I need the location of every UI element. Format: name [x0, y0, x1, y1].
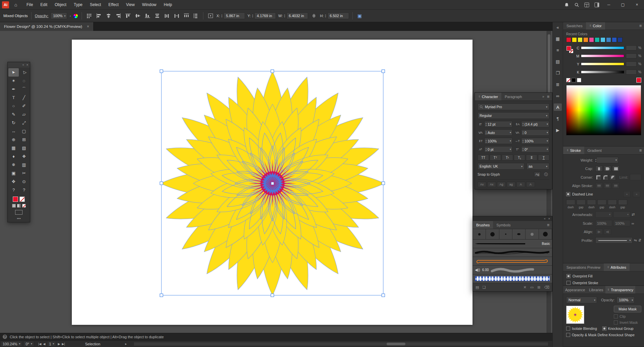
- width-tool[interactable]: ↔: [8, 127, 19, 135]
- unknown-tool-1[interactable]: ?: [8, 186, 19, 194]
- glyph-button-2[interactable]: Ax: [487, 182, 496, 187]
- tab-swatches[interactable]: Swatches: [563, 22, 586, 30]
- fill-color-swatch[interactable]: [566, 46, 571, 51]
- blend-mode-dropdown[interactable]: Normal▾: [566, 297, 597, 303]
- first-artboard-icon[interactable]: |◀: [38, 342, 41, 346]
- vertical-scale-control[interactable]: ⇕T ▴▾100%▾: [478, 138, 512, 144]
- brush-pattern[interactable]: [473, 274, 552, 283]
- dashed-line-checkbox[interactable]: [566, 192, 570, 196]
- remove-brush-stroke-icon[interactable]: ✕: [524, 285, 527, 290]
- tab-brushes[interactable]: Brushes: [473, 221, 493, 229]
- all-caps-button[interactable]: TT: [478, 155, 489, 161]
- stepper-icon[interactable]: ▴▾: [486, 122, 487, 126]
- stepper-icon[interactable]: ▴▾: [252, 14, 253, 18]
- tab-character[interactable]: ⇕Character: [475, 93, 501, 100]
- black-slider[interactable]: [581, 71, 624, 74]
- tab-gradient[interactable]: Gradient: [584, 146, 605, 154]
- brush-libraries-icon[interactable]: ▤: [476, 285, 479, 290]
- tab-paragraph[interactable]: Paragraph: [501, 93, 525, 100]
- delete-brush-icon[interactable]: ⌫: [544, 285, 549, 290]
- maximize-button[interactable]: ▢: [616, 0, 630, 9]
- baseline-shift-control[interactable]: Aª ▴▾0 pt▾: [478, 146, 512, 153]
- none-swatch[interactable]: [566, 78, 571, 82]
- width-field[interactable]: W: ▴▾ 6.4032 in: [278, 12, 308, 19]
- transform-panel-icon[interactable]: ▤: [554, 58, 562, 65]
- minimize-button[interactable]: ─: [602, 0, 616, 9]
- align-stroke-inside-button[interactable]: [604, 183, 611, 189]
- align-arrow-end-button[interactable]: ⊲: [604, 229, 611, 235]
- chevron-right-icon[interactable]: ›: [69, 14, 71, 18]
- new-brush-icon[interactable]: ⊞: [537, 285, 540, 290]
- gradient-tool[interactable]: ▧: [19, 144, 29, 152]
- arrange-documents-icon[interactable]: [592, 0, 602, 9]
- free-transform-tool[interactable]: ▢: [19, 127, 29, 135]
- rotate-tool[interactable]: ↻: [8, 119, 19, 127]
- color-swatch[interactable]: [595, 37, 600, 42]
- font-family-dropdown[interactable]: Myriad Pro ▾: [478, 103, 549, 110]
- swap-arrowheads-icon[interactable]: ⇄: [632, 212, 635, 217]
- color-swatch[interactable]: [600, 37, 605, 42]
- expand-panels-icon[interactable]: «: [554, 24, 562, 31]
- last-artboard-icon[interactable]: ▶|: [62, 342, 65, 346]
- miter-limit-field[interactable]: [630, 174, 641, 180]
- magenta-slider[interactable]: [581, 54, 624, 57]
- distribute-horizontal-center-icon[interactable]: [163, 12, 170, 19]
- glyph-guides-icon[interactable]: Ag: [534, 172, 541, 177]
- stepper-icon[interactable]: ▴▾: [486, 139, 487, 143]
- constrain-proportions-icon[interactable]: [310, 12, 318, 19]
- menu-edit[interactable]: Edit: [37, 0, 51, 10]
- tab-symbols[interactable]: Symbols: [493, 221, 514, 229]
- cyan-slider[interactable]: [581, 46, 624, 49]
- brush-wave[interactable]: ◀)) 6.00: [473, 266, 552, 274]
- help-icon[interactable]: ?: [3, 335, 7, 339]
- tab-transparency[interactable]: ⇕Transparency: [605, 286, 636, 294]
- language-dropdown[interactable]: English: UK ▾: [478, 163, 525, 170]
- gap-field-2[interactable]: [597, 200, 606, 205]
- brush-dot-4[interactable]: [512, 229, 526, 239]
- x-position-field[interactable]: X: ▴▾ 5.867 in: [216, 12, 245, 19]
- canvas-workspace[interactable]: «× ➤ ▷ ✶ ◌ ✒ ⌒ T ╱ ○ ✐ ✎ ▱ ↻ ⤢ ↔ ▢ ⊕ ⊞: [0, 31, 644, 333]
- layers-panel-icon[interactable]: ≣: [554, 81, 562, 88]
- font-style-dropdown[interactable]: Regular ▾: [478, 112, 549, 119]
- asset-links-icon[interactable]: ∞: [554, 92, 562, 99]
- artboards-panel-icon[interactable]: ❐: [554, 69, 562, 77]
- symbol-sprayer-tool[interactable]: ✵: [8, 161, 19, 169]
- flip-along-icon[interactable]: ⇋: [634, 238, 637, 243]
- color-spectrum[interactable]: [566, 85, 641, 135]
- close-icon[interactable]: ×: [548, 217, 550, 220]
- document-tab[interactable]: Flower Design* @ 100.24 % (CMYK/Preview)…: [0, 22, 94, 31]
- distribute-spacing-icon[interactable]: [173, 12, 180, 19]
- actions-panel-icon[interactable]: ▶: [554, 126, 562, 134]
- menu-help[interactable]: Help: [160, 0, 176, 10]
- stepper-icon[interactable]: ▴▾: [523, 131, 524, 135]
- workspace-switcher-icon[interactable]: [582, 0, 592, 9]
- stepper-icon[interactable]: ▴▾: [523, 122, 524, 126]
- glyph-button-1[interactable]: Ax: [478, 182, 486, 187]
- opacity-dropdown[interactable]: 100%▾: [616, 297, 635, 303]
- underline-button[interactable]: T: [538, 155, 549, 161]
- dash-field-1[interactable]: [566, 200, 575, 205]
- notifications-bell-icon[interactable]: [561, 0, 572, 9]
- align-arrow-tip-button[interactable]: ⊳: [595, 229, 603, 235]
- scrollbar-thumb[interactable]: [387, 343, 405, 345]
- pencil-tool[interactable]: ✎: [8, 110, 19, 119]
- panel-menu-icon[interactable]: ≣: [639, 148, 642, 152]
- scale-tool[interactable]: ⤢: [19, 119, 29, 127]
- brush-options-icon[interactable]: ▭: [530, 285, 534, 290]
- magic-wand-tool[interactable]: ✶: [8, 77, 19, 85]
- width-profile-dropdown[interactable]: ▾: [595, 237, 633, 244]
- gap-field-1[interactable]: [577, 200, 586, 205]
- tab-stroke[interactable]: ⇕Stroke: [563, 146, 584, 154]
- stroke-weight-field[interactable]: ▾: [596, 157, 618, 163]
- black-swatch[interactable]: [572, 78, 576, 82]
- color-swatch[interactable]: [566, 37, 571, 42]
- lasso-tool[interactable]: ◌: [19, 77, 29, 85]
- height-field[interactable]: H: ▴▾ 6.502 in: [320, 12, 349, 19]
- column-graph-tool[interactable]: ▥: [19, 161, 29, 169]
- status-expand-icon[interactable]: ▸: [125, 342, 127, 346]
- align-panel-icon[interactable]: ≡: [554, 46, 562, 54]
- gap-field-3[interactable]: [618, 200, 627, 205]
- x-value[interactable]: 5.867 in: [224, 12, 245, 19]
- screen-mode-icon[interactable]: [15, 210, 22, 215]
- anti-aliasing-dropdown[interactable]: aa ▾: [527, 163, 549, 170]
